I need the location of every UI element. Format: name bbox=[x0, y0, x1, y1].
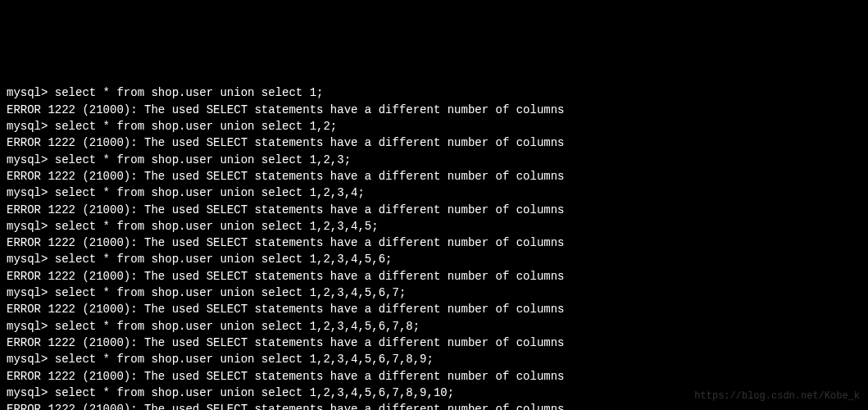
error-line-4: ERROR 1222 (21000): The used SELECT stat… bbox=[7, 203, 565, 216]
prompt-line-2: mysql> select * from shop.user union sel… bbox=[7, 120, 337, 133]
prompt-line-7: mysql> select * from shop.user union sel… bbox=[7, 286, 406, 299]
error-line-5: ERROR 1222 (21000): The used SELECT stat… bbox=[7, 236, 565, 249]
prompt-line-3: mysql> select * from shop.user union sel… bbox=[7, 153, 351, 166]
error-line-10: ERROR 1222 (21000): The used SELECT stat… bbox=[7, 403, 565, 410]
error-line-1: ERROR 1222 (21000): The used SELECT stat… bbox=[7, 103, 565, 116]
prompt-line-8: mysql> select * from shop.user union sel… bbox=[7, 320, 420, 333]
prompt-line-1: mysql> select * from shop.user union sel… bbox=[7, 86, 323, 99]
prompt-line-6: mysql> select * from shop.user union sel… bbox=[7, 253, 392, 266]
error-line-9: ERROR 1222 (21000): The used SELECT stat… bbox=[7, 370, 565, 383]
prompt-line-9: mysql> select * from shop.user union sel… bbox=[7, 353, 434, 366]
error-line-8: ERROR 1222 (21000): The used SELECT stat… bbox=[7, 336, 565, 349]
prompt-line-5: mysql> select * from shop.user union sel… bbox=[7, 220, 379, 233]
error-line-7: ERROR 1222 (21000): The used SELECT stat… bbox=[7, 303, 565, 316]
terminal-output: mysql> select * from shop.user union sel… bbox=[7, 68, 861, 410]
error-line-3: ERROR 1222 (21000): The used SELECT stat… bbox=[7, 170, 565, 183]
error-line-2: ERROR 1222 (21000): The used SELECT stat… bbox=[7, 136, 565, 149]
prompt-line-4: mysql> select * from shop.user union sel… bbox=[7, 186, 365, 199]
prompt-line-10: mysql> select * from shop.user union sel… bbox=[7, 386, 454, 399]
error-line-6: ERROR 1222 (21000): The used SELECT stat… bbox=[7, 270, 565, 283]
